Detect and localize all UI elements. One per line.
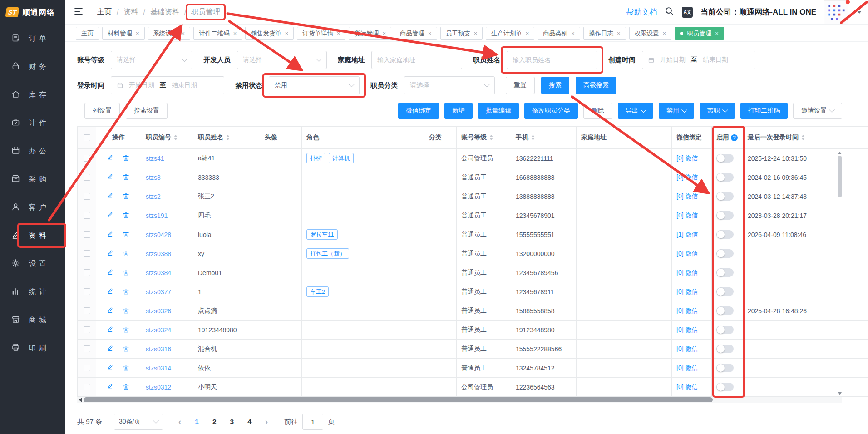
edit-icon[interactable] bbox=[107, 345, 115, 353]
advanced-search-button[interactable]: 高级搜索 bbox=[576, 77, 616, 94]
row-checkbox[interactable] bbox=[84, 345, 90, 352]
delete-icon[interactable] bbox=[122, 326, 130, 334]
close-icon[interactable]: × bbox=[428, 30, 432, 37]
disable-status-select[interactable]: 禁用 bbox=[269, 76, 360, 94]
employee-code-link[interactable]: stzs0388 bbox=[146, 250, 171, 257]
tab-系统设置[interactable]: 系统设置× bbox=[148, 27, 191, 40]
sidebar-item-stats[interactable]: 统计 bbox=[0, 278, 65, 306]
wechat-bind-link[interactable]: [0] 微信 bbox=[676, 192, 698, 201]
vertical-scrollbar[interactable] bbox=[838, 152, 842, 395]
close-icon[interactable]: × bbox=[382, 30, 386, 37]
account-level-select[interactable]: 请选择 bbox=[111, 51, 192, 69]
edit-icon[interactable] bbox=[107, 173, 115, 181]
tab-操作日志[interactable]: 操作日志× bbox=[583, 27, 626, 40]
close-icon[interactable]: × bbox=[526, 30, 529, 37]
edit-icon[interactable] bbox=[107, 212, 115, 219]
app-logo[interactable]: ST 顺通网络 bbox=[0, 0, 65, 25]
col-name[interactable]: 职员姓名 bbox=[193, 127, 260, 148]
row-checkbox[interactable] bbox=[84, 384, 90, 390]
page-number-1[interactable]: 1 bbox=[195, 418, 199, 426]
edit-icon[interactable] bbox=[107, 192, 115, 200]
prev-page-button[interactable]: ‹ bbox=[178, 417, 181, 427]
toolbar-button-微信绑定[interactable]: 微信绑定 bbox=[398, 103, 439, 119]
edit-icon[interactable] bbox=[107, 288, 115, 296]
tab-商品类别[interactable]: 商品类别× bbox=[538, 27, 580, 40]
sidebar-item-purchase[interactable]: 采购 bbox=[0, 165, 65, 193]
tab-权限设置[interactable]: 权限设置× bbox=[629, 27, 672, 40]
delete-icon[interactable] bbox=[122, 345, 130, 353]
tab-商品管理[interactable]: 商品管理× bbox=[395, 27, 437, 40]
breadcrumb-item[interactable]: 资料 bbox=[123, 7, 138, 17]
enable-toggle[interactable] bbox=[716, 211, 734, 220]
enable-toggle[interactable] bbox=[716, 364, 734, 372]
edit-icon[interactable] bbox=[107, 250, 115, 257]
delete-icon[interactable] bbox=[122, 250, 130, 257]
sidebar-item-finance[interactable]: 财务 bbox=[0, 53, 65, 81]
enable-toggle[interactable] bbox=[716, 249, 734, 258]
page-number-3[interactable]: 3 bbox=[230, 418, 234, 426]
row-checkbox[interactable] bbox=[84, 231, 90, 238]
enable-toggle[interactable] bbox=[716, 326, 734, 334]
user-avatar[interactable] bbox=[824, 0, 849, 24]
menu-collapse-icon[interactable] bbox=[74, 6, 84, 18]
tab-销售发货单[interactable]: 销售发货单× bbox=[245, 27, 294, 40]
enable-toggle[interactable] bbox=[716, 192, 734, 201]
row-checkbox[interactable] bbox=[84, 269, 90, 276]
close-icon[interactable]: × bbox=[715, 30, 719, 37]
scroll-left-icon[interactable] bbox=[79, 398, 82, 402]
col-sel[interactable] bbox=[77, 127, 96, 148]
breadcrumb-item[interactable]: 主页 bbox=[97, 7, 112, 17]
edit-icon[interactable] bbox=[107, 383, 115, 391]
employee-code-link[interactable]: stzs0377 bbox=[146, 288, 171, 296]
row-checkbox[interactable] bbox=[84, 250, 90, 257]
col-last_login[interactable]: 最后一次登录时间 bbox=[743, 127, 836, 148]
col-code[interactable]: 职员编号 bbox=[141, 127, 193, 148]
chevron-down-icon[interactable] bbox=[857, 11, 862, 14]
toolbar-button-搜索设置[interactable]: 搜索设置 bbox=[126, 103, 168, 119]
row-checkbox[interactable] bbox=[84, 174, 90, 181]
close-icon[interactable]: × bbox=[136, 30, 139, 37]
delete-icon[interactable] bbox=[122, 212, 130, 219]
enable-toggle[interactable] bbox=[716, 287, 734, 296]
page-size-select[interactable]: 30条/页 bbox=[114, 414, 163, 430]
enable-toggle[interactable] bbox=[716, 268, 734, 277]
scroll-up-icon[interactable] bbox=[838, 152, 842, 154]
wechat-bind-link[interactable]: [0] 微信 bbox=[676, 345, 698, 353]
col-phone[interactable]: 手机 bbox=[511, 127, 577, 148]
sidebar-item-piecework[interactable]: 计件 bbox=[0, 109, 65, 137]
sidebar-item-inventory[interactable]: 库存 bbox=[0, 81, 65, 109]
wechat-bind-link[interactable]: [0] 微信 bbox=[676, 212, 698, 220]
toolbar-button-列设置[interactable]: 列设置 bbox=[84, 103, 120, 119]
employee-code-link[interactable]: stzs2 bbox=[146, 193, 161, 200]
delete-icon[interactable] bbox=[122, 383, 130, 391]
col-level[interactable]: 账号等级 bbox=[457, 127, 511, 148]
wechat-bind-link[interactable]: [0] 微信 bbox=[676, 154, 698, 163]
sidebar-item-office[interactable]: 办公 bbox=[0, 137, 65, 165]
toolbar-button-删除[interactable]: 删除 bbox=[583, 103, 612, 119]
toolbar-button-导出[interactable]: 导出 bbox=[618, 103, 653, 119]
toolbar-button-离职[interactable]: 离职 bbox=[700, 103, 735, 119]
close-icon[interactable]: × bbox=[233, 30, 237, 37]
enable-toggle[interactable] bbox=[716, 154, 734, 163]
employee-code-link[interactable]: stzs0314 bbox=[146, 365, 171, 372]
row-checkbox[interactable] bbox=[84, 288, 90, 295]
page-number-4[interactable]: 4 bbox=[247, 418, 252, 426]
wechat-bind-link[interactable]: [0] 微信 bbox=[676, 307, 698, 315]
toolbar-button-邀请设置[interactable]: 邀请设置 bbox=[793, 103, 842, 119]
employee-code-link[interactable]: stzs191 bbox=[146, 212, 168, 219]
employee-code-link[interactable]: stzs0324 bbox=[146, 326, 171, 334]
employee-code-link[interactable]: stzs0312 bbox=[146, 384, 171, 391]
enable-toggle[interactable] bbox=[716, 306, 734, 315]
breadcrumb-current[interactable]: 职员管理 bbox=[191, 7, 220, 17]
sidebar-item-mall[interactable]: 商城 bbox=[0, 306, 65, 334]
search-button[interactable]: 搜索 bbox=[541, 77, 569, 94]
translate-icon[interactable]: A文 bbox=[682, 7, 693, 18]
select-all-checkbox[interactable] bbox=[84, 134, 90, 141]
sidebar-item-print[interactable]: 印刷 bbox=[0, 334, 65, 362]
row-checkbox[interactable] bbox=[84, 212, 90, 219]
employee-name-input[interactable] bbox=[507, 51, 597, 69]
developer-select[interactable]: 请选择 bbox=[237, 51, 327, 69]
employee-category-select[interactable]: 请选择 bbox=[404, 76, 495, 94]
employee-code-link[interactable]: stzs0428 bbox=[146, 231, 171, 238]
enable-toggle[interactable] bbox=[716, 230, 734, 239]
